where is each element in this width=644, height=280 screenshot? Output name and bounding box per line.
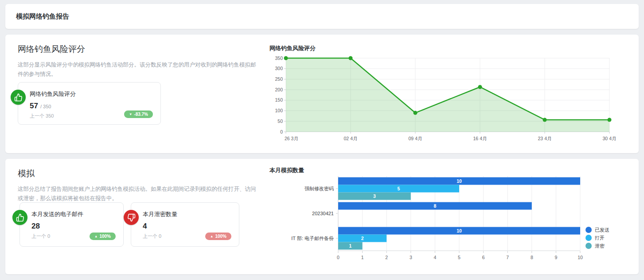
risk-score-stat-card: 网络钓鱼风险评分 57 / 350 上一个 350 ▼ -83.7%	[18, 82, 161, 125]
trend-up-icon: ▲	[94, 235, 98, 238]
trend-badge: ▲ 100%	[205, 233, 231, 240]
svg-text:23 4月: 23 4月	[538, 136, 552, 141]
svg-text:已发送: 已发送	[595, 227, 609, 233]
stat-total: / 350	[40, 104, 51, 109]
trend-value: -83.7%	[134, 112, 148, 117]
report-header: 模拟网络钓鱼报告	[5, 4, 639, 29]
svg-text:3: 3	[373, 193, 376, 199]
svg-text:5: 5	[398, 186, 400, 191]
thumbs-down-icon	[124, 210, 139, 225]
trend-badge: ▲ 100%	[90, 233, 116, 240]
svg-text:4: 4	[433, 255, 436, 260]
svg-text:1: 1	[349, 243, 351, 248]
svg-text:250: 250	[275, 76, 283, 82]
svg-text:200: 200	[275, 87, 283, 92]
svg-text:1: 1	[361, 255, 364, 260]
trend-up-icon: ▲	[210, 235, 213, 238]
emails-sent-stat-card: 本月发送的电子邮件 28 上一个 0 ▲ 100%	[20, 202, 124, 247]
svg-text:本月模拟数量: 本月模拟数量	[269, 167, 304, 174]
leaks-stat-card: 本月泄密数量 4 上一个 0 ▲ 100%	[131, 202, 239, 247]
svg-text:100: 100	[275, 108, 283, 113]
thumbs-up-icon	[11, 90, 26, 105]
trend-value: 100%	[99, 234, 111, 239]
trend-down-icon: ▼	[129, 113, 132, 116]
svg-text:09 4月: 09 4月	[409, 136, 422, 141]
stat-value: 57	[30, 102, 38, 110]
svg-text:10: 10	[457, 228, 462, 233]
trend-badge: ▼ -83.7%	[124, 110, 153, 118]
page-title: 模拟网络钓鱼报告	[16, 12, 69, 21]
stat-label: 本月泄密数量	[143, 210, 231, 218]
svg-text:泄密: 泄密	[595, 243, 605, 248]
svg-text:0: 0	[280, 129, 283, 134]
svg-text:300: 300	[275, 66, 283, 71]
svg-text:7: 7	[506, 255, 509, 260]
svg-text:2: 2	[385, 255, 388, 260]
simulation-section-description: 这部分总结了报告期间您账户上的网络钓鱼模拟活动。如果在此期间记录到模拟的任何打开…	[18, 185, 261, 204]
svg-text:9: 9	[554, 255, 557, 260]
svg-text:350: 350	[275, 55, 283, 61]
stat-label: 本月发送的电子邮件	[31, 210, 115, 218]
simulations-bar-chart: 012345678910强制修改密码1053202304218IT 部: 电子邮…	[264, 165, 639, 267]
svg-text:50: 50	[277, 118, 283, 124]
risk-section-text: 网络钓鱼风险评分 这部分显示风险评分中的模拟网络钓鱼活动部分。该分数反映了您的用…	[18, 43, 261, 79]
svg-text:5: 5	[458, 255, 461, 260]
svg-text:02 4月: 02 4月	[344, 136, 358, 141]
svg-text:30 4月: 30 4月	[603, 136, 617, 141]
svg-text:10: 10	[578, 255, 583, 260]
trend-value: 100%	[215, 234, 226, 239]
svg-text:20230421: 20230421	[312, 211, 334, 216]
svg-text:16 4月: 16 4月	[473, 136, 487, 141]
risk-section-description: 这部分显示风险评分中的模拟网络钓鱼活动部分。该分数反映了您的用户对收到的网络钓鱼…	[18, 60, 261, 79]
risk-section-title: 网络钓鱼风险评分	[18, 43, 261, 55]
svg-text:网络钓鱼风险评分: 网络钓鱼风险评分	[269, 45, 316, 51]
svg-text:150: 150	[275, 97, 283, 103]
stat-value: 28	[31, 222, 40, 231]
simulation-section: 模拟 这部分总结了报告期间您账户上的网络钓鱼模拟活动。如果在此期间记录到模拟的任…	[5, 159, 639, 274]
svg-text:强制修改密码: 强制修改密码	[304, 186, 334, 191]
svg-text:10: 10	[457, 178, 462, 184]
svg-text:8: 8	[433, 203, 436, 209]
svg-text:打开: 打开	[594, 235, 605, 241]
risk-score-section: 网络钓鱼风险评分 这部分显示风险评分中的模拟网络钓鱼活动部分。该分数反映了您的用…	[5, 35, 639, 153]
stat-value: 4	[143, 222, 147, 231]
svg-text:2: 2	[361, 236, 364, 241]
svg-text:26 3月: 26 3月	[285, 136, 298, 141]
svg-text:IT 部: 电子邮件备份: IT 部: 电子邮件备份	[291, 236, 334, 241]
risk-score-line-chart: 05010015020025030035026 3月02 4月09 4月16 4…	[264, 41, 639, 147]
simulation-section-text: 模拟 这部分总结了报告期间您账户上的网络钓鱼模拟活动。如果在此期间记录到模拟的任…	[18, 168, 261, 204]
thumbs-up-icon	[12, 210, 27, 225]
simulation-section-title: 模拟	[18, 168, 261, 179]
svg-text:8: 8	[531, 255, 533, 260]
svg-text:0: 0	[337, 255, 340, 260]
svg-text:6: 6	[482, 255, 485, 260]
svg-text:3: 3	[410, 255, 412, 260]
stat-label: 网络钓鱼风险评分	[30, 90, 152, 98]
